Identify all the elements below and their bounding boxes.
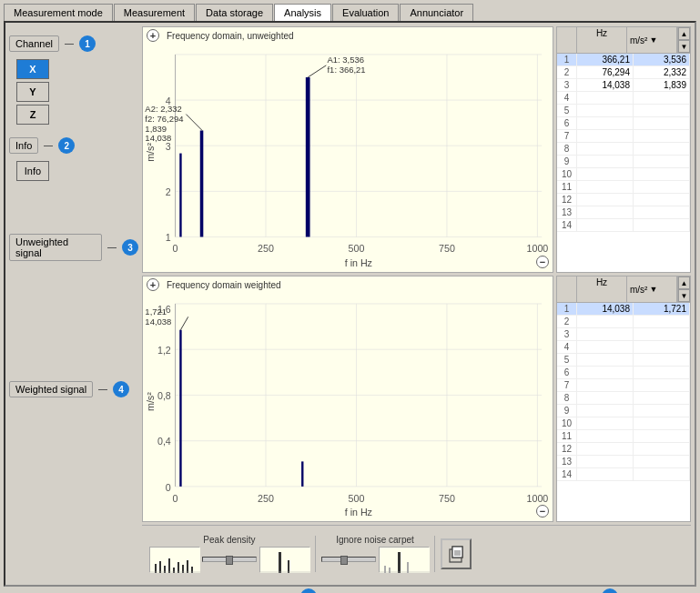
copy-icon — [446, 544, 466, 564]
lower-row-num: 8 — [557, 392, 577, 404]
tab-analysis[interactable]: Analysis — [274, 4, 331, 21]
svg-text:1,839: 1,839 — [145, 124, 167, 134]
upper-table-row[interactable]: 4 — [557, 92, 690, 105]
lower-table-scroll[interactable]: ▲ ▼ — [677, 276, 690, 302]
copy-button[interactable] — [441, 538, 472, 569]
svg-rect-60 — [155, 564, 157, 573]
peak-density-thumb[interactable] — [226, 556, 233, 565]
lower-table-row[interactable]: 7 — [557, 379, 690, 392]
ignore-noise-controls[interactable] — [321, 547, 429, 572]
lower-plot-zoom-in[interactable]: + — [147, 278, 159, 291]
upper-table-row[interactable]: 14 — [557, 219, 690, 232]
upper-plot-zoom-in[interactable]: + — [147, 29, 159, 42]
upper-table-col-ms2: m/s² ▼ — [627, 27, 677, 53]
upper-table-row[interactable]: 7 — [557, 130, 690, 143]
upper-table-row[interactable]: 5 — [557, 105, 690, 117]
bottom-labels: 5 Controls for the list of magnitudes 6 … — [0, 587, 700, 593]
upper-row-num: 12 — [557, 194, 577, 206]
upper-table-row[interactable]: 6 — [557, 117, 690, 130]
lower-table-row[interactable]: 3 — [557, 328, 690, 341]
lower-plot-title: Frequency domain weighted — [163, 279, 285, 291]
info-badge: 2 — [58, 137, 75, 154]
unweighted-label: Unweighted signal — [9, 234, 102, 261]
lower-row-num: 11 — [557, 430, 577, 442]
upper-table-row[interactable]: 2 76,294 2,332 — [557, 66, 690, 79]
channel-z-button[interactable]: Z — [16, 105, 49, 125]
unweighted-badge: 3 — [122, 239, 138, 256]
lower-row-ms2 — [634, 392, 690, 404]
noise-slider[interactable] — [321, 557, 376, 562]
peak-density-mini-plot-1[interactable] — [149, 547, 199, 572]
lower-row-ms2 — [634, 405, 690, 417]
lower-row-num: 12 — [557, 443, 577, 455]
lower-table-row[interactable]: 11 — [557, 430, 690, 443]
upper-table-scroll-down[interactable]: ▼ — [678, 40, 690, 53]
upper-table-row[interactable]: 3 14,038 1,839 — [557, 79, 690, 92]
lower-table-row[interactable]: 4 — [557, 341, 690, 354]
lower-table-row[interactable]: 5 — [557, 354, 690, 367]
svg-text:14,038: 14,038 — [145, 133, 171, 143]
lower-table-row[interactable]: 13 — [557, 456, 690, 468]
noise-thumb[interactable] — [340, 556, 348, 565]
svg-text:f in Hz: f in Hz — [345, 507, 372, 518]
upper-table-scroll[interactable]: ▲ ▼ — [677, 27, 690, 53]
lower-row-ms2 — [634, 354, 690, 366]
svg-rect-74 — [380, 548, 430, 573]
lower-row-hz — [577, 468, 634, 480]
svg-rect-65 — [178, 562, 179, 573]
lower-table-row[interactable]: 12 — [557, 443, 690, 456]
lower-table-row[interactable]: 6 — [557, 367, 690, 379]
upper-table-row[interactable]: 9 — [557, 156, 690, 168]
svg-rect-63 — [168, 558, 170, 573]
peak-density-section: Peak density — [149, 535, 309, 572]
tab-evaluation[interactable]: Evaluation — [332, 4, 399, 21]
upper-table-row[interactable]: 8 — [557, 143, 690, 156]
upper-table-row[interactable]: 10 — [557, 168, 690, 181]
svg-text:1000: 1000 — [527, 493, 549, 504]
lower-plot-zoom-out[interactable]: − — [536, 505, 549, 518]
svg-line-27 — [186, 115, 202, 131]
upper-table-col-num — [557, 27, 577, 53]
tab-data-storage[interactable]: Data storage — [196, 4, 273, 21]
lower-table-scroll-down[interactable]: ▼ — [678, 289, 690, 302]
upper-row-ms2 — [634, 105, 690, 116]
svg-rect-21 — [306, 77, 310, 236]
lower-table-row[interactable]: 10 — [557, 417, 690, 430]
tab-annunciator[interactable]: Annunciator — [400, 4, 473, 21]
svg-text:750: 750 — [439, 243, 455, 254]
badge-6: 6 — [602, 588, 618, 593]
info-entry: Info 2 — [9, 137, 138, 154]
lower-row-num: 5 — [557, 354, 577, 366]
noise-mini-plot[interactable] — [379, 547, 429, 572]
lower-table-row[interactable]: 2 — [557, 316, 690, 328]
upper-row-ms2 — [634, 156, 690, 167]
svg-rect-75 — [398, 552, 401, 573]
lower-table-row[interactable]: 1 14,038 1,721 — [557, 303, 690, 316]
lower-table-scroll-up[interactable]: ▲ — [678, 276, 690, 289]
tab-measurement[interactable]: Measurement — [114, 4, 195, 21]
lower-table-row[interactable]: 8 — [557, 392, 690, 405]
info-button[interactable]: Info — [16, 161, 49, 181]
peak-density-mini-plot-2[interactable] — [259, 547, 309, 572]
lower-row-hz — [577, 456, 634, 467]
ignore-noise-section: Ignore noise carpet — [321, 535, 429, 572]
upper-table-row[interactable]: 11 — [557, 181, 690, 194]
upper-row-hz: 76,294 — [577, 66, 634, 78]
tab-measurement-mode[interactable]: Measurement mode — [4, 4, 113, 21]
channel-x-button[interactable]: X — [16, 59, 49, 79]
lower-table: Hz m/s² ▼ ▲ ▼ 1 14,038 1,721 2 — [556, 276, 691, 522]
upper-table-row[interactable]: 1 366,21 3,536 — [557, 54, 690, 66]
lower-row-ms2 — [634, 443, 690, 455]
lower-table-row[interactable]: 9 — [557, 405, 690, 417]
upper-table-scroll-up[interactable]: ▲ — [678, 27, 690, 40]
upper-table-row[interactable]: 12 — [557, 194, 690, 206]
upper-plot-zoom-out[interactable]: − — [536, 256, 549, 268]
lower-row-ms2 — [634, 367, 690, 378]
upper-table-row[interactable]: 13 — [557, 206, 690, 219]
peak-density-slider[interactable] — [202, 557, 257, 562]
channel-y-button[interactable]: Y — [16, 82, 49, 102]
lower-table-row[interactable]: 14 — [557, 468, 690, 481]
peak-density-controls[interactable] — [149, 547, 309, 572]
svg-text:250: 250 — [258, 243, 274, 254]
main-content: Channel 1 X Y Z Info 2 Info — [4, 21, 696, 587]
